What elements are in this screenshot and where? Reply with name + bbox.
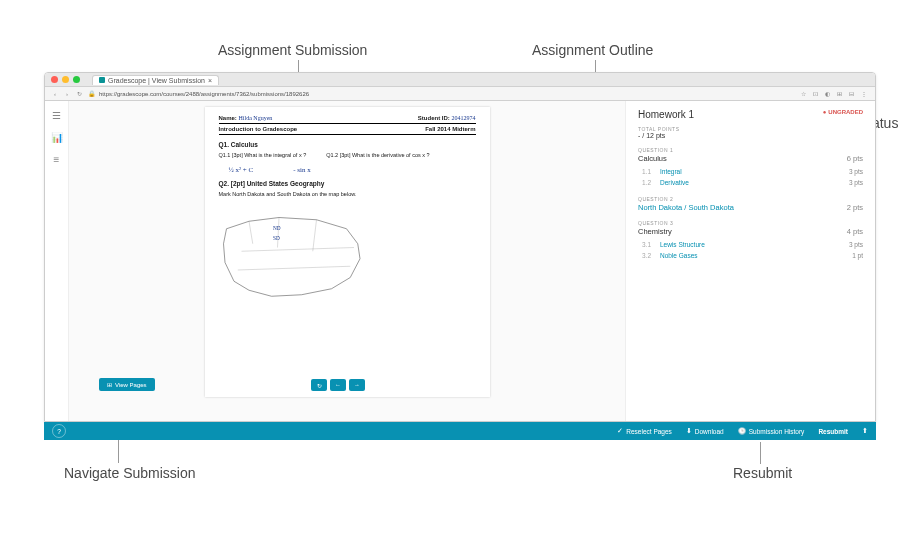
menu-icon[interactable]: ☰ xyxy=(51,109,63,121)
q1-2-ans: - sin x xyxy=(293,166,311,174)
forward-icon[interactable]: › xyxy=(63,90,71,98)
download-label: Download xyxy=(695,428,724,435)
prev-page-button[interactable]: ← xyxy=(330,379,346,391)
question-number: QUESTION 1 xyxy=(638,147,863,153)
app-body: ☰ 📊 ≡ Name: Hilda Nguyen Student ID: 204… xyxy=(45,101,875,421)
reselect-label: Reselect Pages xyxy=(626,428,672,435)
lock-icon: 🔒 xyxy=(87,90,95,98)
reselect-pages-button[interactable]: ✓ Reselect Pages xyxy=(617,427,672,435)
grid-icon: ⊞ xyxy=(107,381,112,388)
term-name: Fall 2014 Midterm xyxy=(425,126,475,132)
name-label: Name: xyxy=(219,115,237,121)
traffic-light-min[interactable] xyxy=(62,76,69,83)
grading-status: UNGRADED xyxy=(823,109,863,115)
annotation-line xyxy=(760,442,761,464)
ext-icon[interactable]: ◐ xyxy=(825,90,833,98)
sid-value: 20412974 xyxy=(452,115,476,121)
svg-text:ND: ND xyxy=(273,225,281,231)
list-icon[interactable]: ≡ xyxy=(51,153,63,165)
subquestion-link[interactable]: 1.1Integral3 pts xyxy=(642,166,863,177)
browser-window: Gradescope | View Submission × ‹ › ↻ 🔒 h… xyxy=(44,72,876,422)
subquestion-link[interactable]: 1.2Derivative3 pts xyxy=(642,177,863,188)
annotation-outline: Assignment Outline xyxy=(532,42,653,58)
submission-viewer: Name: Hilda Nguyen Student ID: 20412974 … xyxy=(69,101,625,421)
q1-1-ans: ½ x² + C xyxy=(229,166,254,174)
favicon xyxy=(99,77,105,83)
submission-history-button[interactable]: 🕒 Submission History xyxy=(738,427,805,435)
pager: ↻ ← → xyxy=(311,379,365,391)
question-name[interactable]: Chemistry4 pts xyxy=(638,227,863,236)
view-pages-label: View Pages xyxy=(115,382,147,388)
sid-label: Student ID: xyxy=(418,115,450,121)
q1-2-text: Q1.2 [3pt] What is the derivative of cos… xyxy=(326,152,429,158)
upload-icon[interactable]: ⬆ xyxy=(862,427,868,435)
reload-icon[interactable]: ↻ xyxy=(75,90,83,98)
outline-panel: UNGRADED Homework 1 TOTAL POINTS - / 12 … xyxy=(625,101,875,421)
question-number: QUESTION 2 xyxy=(638,196,863,202)
q2-title: Q2. [2pt] United States Geography xyxy=(219,180,476,187)
q1-1-text: Q1.1 [3pt] What is the integral of x ? xyxy=(219,152,307,158)
resubmit-button[interactable]: Resubmit xyxy=(818,428,848,435)
question-name[interactable]: Calculus6 pts xyxy=(638,154,863,163)
q2-sub: Mark North Dakota and South Dakota on th… xyxy=(219,191,476,197)
traffic-light-close[interactable] xyxy=(51,76,58,83)
question-name[interactable]: North Dakota / South Dakota2 pts xyxy=(638,203,863,212)
submission-page[interactable]: Name: Hilda Nguyen Student ID: 20412974 … xyxy=(205,107,490,397)
back-icon[interactable]: ‹ xyxy=(51,90,59,98)
ext-icon[interactable]: ⊞ xyxy=(837,90,845,98)
us-map: ND SD xyxy=(219,205,369,305)
ext-icon[interactable]: ⊡ xyxy=(813,90,821,98)
history-label: Submission History xyxy=(749,428,805,435)
menu-icon[interactable]: ⋮ xyxy=(861,90,869,98)
annotation-resubmit: Resubmit xyxy=(733,465,792,481)
view-pages-button[interactable]: ⊞ View Pages xyxy=(99,378,155,391)
subquestion-link[interactable]: 3.2Noble Gases1 pt xyxy=(642,250,863,261)
star-icon[interactable]: ☆ xyxy=(801,90,809,98)
browser-tab[interactable]: Gradescope | View Submission × xyxy=(92,75,219,85)
left-rail: ☰ 📊 ≡ xyxy=(45,101,69,421)
help-icon[interactable]: ? xyxy=(52,424,66,438)
refresh-button[interactable]: ↻ xyxy=(311,379,327,391)
annotation-submission: Assignment Submission xyxy=(218,42,367,58)
browser-titlebar: Gradescope | View Submission × xyxy=(45,73,875,87)
tab-title: Gradescope | View Submission xyxy=(108,77,205,84)
stats-icon[interactable]: 📊 xyxy=(51,131,63,143)
total-points-value: - / 12 pts xyxy=(638,132,863,139)
bottom-bar: ? ✓ Reselect Pages ⬇ Download 🕒 Submissi… xyxy=(44,422,876,440)
ext-icon[interactable]: ⊟ xyxy=(849,90,857,98)
download-button[interactable]: ⬇ Download xyxy=(686,427,724,435)
question-number: QUESTION 3 xyxy=(638,220,863,226)
course-name: Introduction to Gradescope xyxy=(219,126,298,132)
q1-title: Q1. Calculus xyxy=(219,141,476,148)
svg-text:SD: SD xyxy=(273,235,280,241)
annotation-navigate: Navigate Submission xyxy=(64,465,196,481)
address-bar: ‹ › ↻ 🔒 https://gradescope.com/courses/2… xyxy=(45,87,875,101)
traffic-light-max[interactable] xyxy=(73,76,80,83)
question-block: QUESTION 1Calculus6 pts1.1Integral3 pts1… xyxy=(638,147,863,188)
subquestion-link[interactable]: 3.1Lewis Structure3 pts xyxy=(642,239,863,250)
name-value: Hilda Nguyen xyxy=(239,115,273,121)
next-page-button[interactable]: → xyxy=(349,379,365,391)
question-block: QUESTION 3Chemistry4 pts3.1Lewis Structu… xyxy=(638,220,863,261)
question-block: QUESTION 2North Dakota / South Dakota2 p… xyxy=(638,196,863,212)
url-text[interactable]: https://gradescope.com/courses/2488/assi… xyxy=(99,91,797,97)
